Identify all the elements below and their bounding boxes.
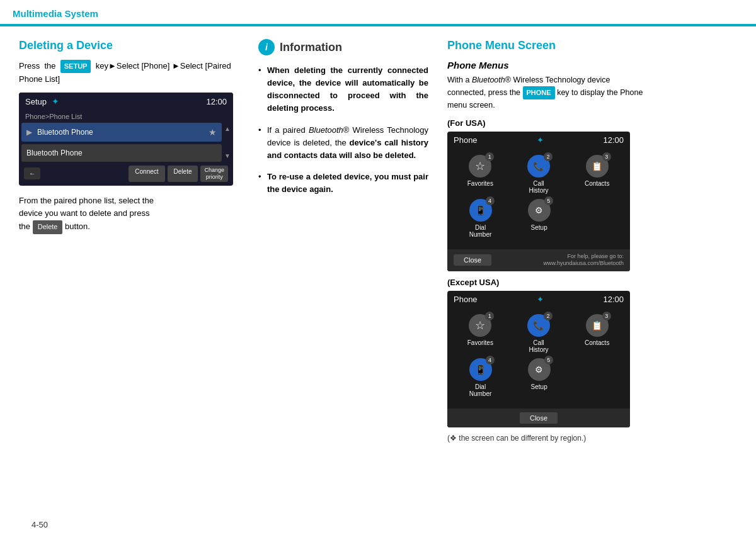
phone-screen-usa: Phone ✦ 12:00 1 ☆ Favorites xyxy=(447,132,630,271)
footer-left: ← xyxy=(24,166,40,182)
dial-glyph: 📱 xyxy=(475,205,486,215)
delete-badge: Delete xyxy=(33,220,63,234)
phone-grid-usa: 1 ☆ Favorites 2 📞 CallHistory xyxy=(454,155,624,194)
phone-footer-except: Close xyxy=(447,409,630,427)
close-button-except[interactable]: Close xyxy=(520,412,558,424)
phone-item-setup-2[interactable]: 5 ⚙ Setup xyxy=(512,358,566,397)
phone-item-call-history-2[interactable]: 2 📞 CallHistory xyxy=(512,314,566,353)
setup-num-2: 5 xyxy=(544,356,553,364)
setup-num: 5 xyxy=(544,196,553,205)
favorites-label: Favorites xyxy=(467,180,493,187)
call-history-glyph: 📞 xyxy=(533,161,544,171)
region-note: (❖ the screen can be different by region… xyxy=(447,434,649,443)
phone-menus-section: Phone Menus With a Bluetooth® Wireless T… xyxy=(447,60,649,112)
list-item[interactable]: Bluetooth Phone xyxy=(21,144,222,162)
main-content: Deleting a Device Press the SETUP key►Se… xyxy=(0,26,756,455)
intro-text: Press the SETUP key►Select [Phone] ►Sele… xyxy=(19,60,239,85)
bullet-1: When deleting the currently connected de… xyxy=(258,64,428,115)
phone-item-favorites-2[interactable]: 1 ☆ Favorites xyxy=(454,314,507,353)
delete-button[interactable]: Delete xyxy=(168,166,198,182)
item-text: Bluetooth Phone xyxy=(26,149,83,157)
phone-item-favorites[interactable]: 1 ☆ Favorites xyxy=(454,155,507,194)
info-icon: i xyxy=(258,39,275,55)
setup-label-phone: Setup xyxy=(531,224,547,231)
header-line xyxy=(0,24,756,26)
mock-list-inner: ▶ Bluetooth Phone ★ Bluetooth Phone xyxy=(21,123,222,162)
item-left: ▶ Bluetooth Phone xyxy=(26,128,93,137)
back-button[interactable]: ← xyxy=(24,167,40,179)
phone-footer-usa: Close For help, please go to:www.hyundai… xyxy=(447,249,630,271)
except-usa-label: (Except USA) xyxy=(447,278,649,287)
info-bullets: When deleting the currently connected de… xyxy=(258,64,428,196)
mock-list-wrapper: ▶ Bluetooth Phone ★ Bluetooth Phone ▲ ▼ xyxy=(19,123,233,162)
call-history-label-2: CallHistory xyxy=(529,339,548,353)
change-priority-button[interactable]: Changepriority xyxy=(200,166,228,182)
dial-label-2: DialNumber xyxy=(469,383,492,397)
scroll-area: ▲ ▼ xyxy=(224,123,231,162)
phone-title-usa: Phone xyxy=(454,135,478,145)
from-text-3: the Delete button. xyxy=(19,222,90,231)
setup-label-2: Setup xyxy=(531,383,547,390)
phone-item-contacts[interactable]: 3 📋 Contacts xyxy=(570,155,624,194)
favorites-icon-2: 1 ☆ xyxy=(469,314,491,337)
phone-header-usa: Phone ✦ 12:00 xyxy=(447,132,630,149)
phone-header-except: Phone ✦ 12:00 xyxy=(447,291,630,308)
item-left: Bluetooth Phone xyxy=(26,149,83,157)
delete-section-title: Deleting a Device xyxy=(19,39,239,52)
bluetooth-icon: ✦ xyxy=(52,96,59,106)
dial-num: 4 xyxy=(486,196,495,205)
dial-num-2: 4 xyxy=(486,356,495,364)
setup-icon-phone: 5 ⚙ xyxy=(528,199,551,222)
call-history-icon-2: 2 📞 xyxy=(527,314,550,337)
header-title: Multimedia System xyxy=(0,0,111,26)
phone-item-dial[interactable]: 4 📱 DialNumber xyxy=(454,199,507,238)
phone-menus-subtitle: Phone Menus xyxy=(447,60,649,71)
call-history-icon: 2 📞 xyxy=(527,155,550,178)
phone-body-usa: 1 ☆ Favorites 2 📞 CallHistory xyxy=(447,149,630,249)
footer-buttons: Connect Delete Changepriority xyxy=(129,166,228,182)
bullet-1-text: When deleting the currently connected de… xyxy=(267,65,428,113)
page-number: 4-50 xyxy=(32,520,48,529)
favorites-label-2: Favorites xyxy=(467,339,493,346)
favorites-num-2: 1 xyxy=(485,312,494,320)
phone-item-setup[interactable]: 5 ⚙ Setup xyxy=(512,199,566,238)
phone-item-call-history[interactable]: 2 📞 CallHistory xyxy=(512,155,566,194)
header: Multimedia System xyxy=(0,0,756,26)
list-item[interactable]: ▶ Bluetooth Phone ★ xyxy=(21,123,222,142)
close-button-usa[interactable]: Close xyxy=(454,254,491,266)
from-text-2: device you want to delete and press xyxy=(19,208,149,218)
connect-button[interactable]: Connect xyxy=(129,166,164,182)
star-glyph: ☆ xyxy=(475,159,485,173)
bullet-3: To re-use a deleted device, you must pai… xyxy=(258,171,428,196)
bluetooth-text: Bluetooth xyxy=(472,76,505,84)
bullet-3-text: To re-use a deleted device, you must pai… xyxy=(267,172,428,194)
favorites-icon: 1 ☆ xyxy=(469,155,491,178)
dial-icon: 4 📱 xyxy=(469,199,492,222)
phone-item-dial-2[interactable]: 4 📱 DialNumber xyxy=(454,358,507,397)
mock-footer: ← Connect Delete Changepriority xyxy=(19,162,233,186)
left-column: Deleting a Device Press the SETUP key►Se… xyxy=(19,39,258,443)
phone-title-except: Phone xyxy=(454,295,478,304)
favorites-num: 1 xyxy=(485,152,494,161)
right-column: Phone Menu Screen Phone Menus With a Blu… xyxy=(447,39,649,443)
bt-icon-except: ✦ xyxy=(537,295,544,304)
bullet-2: If a paired Bluetooth® Wireless Technolo… xyxy=(258,124,428,162)
mock-subtitle: Phone>Phone List xyxy=(19,110,233,123)
from-text-1: From the paired phone list, select the xyxy=(19,196,154,205)
mock-screen: Setup ✦ 12:00 Phone>Phone List ▶ Bluetoo… xyxy=(19,93,233,186)
dial-icon-2: 4 📱 xyxy=(469,358,492,381)
setup-glyph: ⚙ xyxy=(535,205,543,215)
phone-item-contacts-2[interactable]: 3 📋 Contacts xyxy=(570,314,624,353)
scroll-down-arrow: ▼ xyxy=(224,152,231,159)
call-history-num-2: 2 xyxy=(544,312,553,320)
mock-screen-header: Setup ✦ 12:00 xyxy=(19,93,233,110)
from-text: From the paired phone list, select the d… xyxy=(19,195,239,234)
phone-grid-bottom-except: 4 📱 DialNumber 5 ⚙ Setup xyxy=(454,358,566,397)
dial-label: DialNumber xyxy=(469,224,492,238)
bt-icon-usa: ✦ xyxy=(537,135,544,145)
bullet-2-text: If a paired Bluetooth® Wireless Technolo… xyxy=(267,125,428,160)
phone-time-usa: 12:00 xyxy=(603,135,624,145)
phone-screen-except-usa: Phone ✦ 12:00 1 ☆ Favorites 2 xyxy=(447,291,630,427)
phone-badge: PHONE xyxy=(523,86,555,99)
mock-header-left: Setup ✦ xyxy=(25,96,59,106)
